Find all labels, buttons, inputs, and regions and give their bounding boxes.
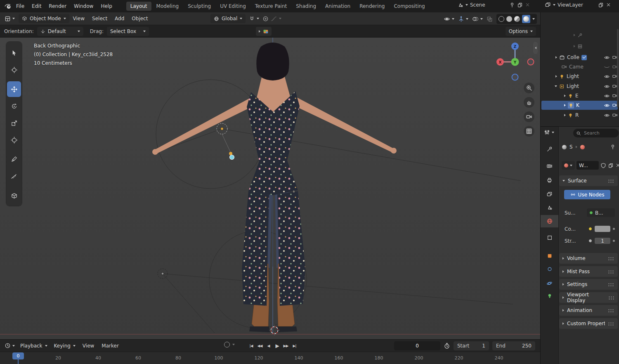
tool-move[interactable]	[7, 81, 21, 97]
world-crumb-icon[interactable]	[580, 145, 585, 149]
previous-keyframe-button[interactable]: ◀◀	[255, 342, 264, 350]
timeline-editor-type-button[interactable]	[2, 343, 17, 349]
hide-eye-icon[interactable]	[604, 112, 610, 118]
sidebar-toggle[interactable]	[533, 42, 538, 54]
unlink-scene-icon[interactable]	[525, 2, 530, 7]
tool-measure[interactable]	[7, 168, 21, 184]
tab-output[interactable]	[541, 174, 558, 186]
workspace-tab-compositing[interactable]: Compositing	[390, 2, 429, 11]
jump-to-end-button[interactable]: ▶|	[290, 342, 299, 350]
shading-rendered-button[interactable]	[522, 15, 530, 23]
chevron-right-icon[interactable]	[564, 95, 566, 97]
proportional-edit-toggle[interactable]	[262, 16, 281, 22]
workspace-tab-texture-paint[interactable]: Texture Paint	[251, 2, 291, 11]
chevron-right-icon[interactable]	[555, 56, 557, 59]
tab-world[interactable]	[541, 215, 558, 227]
xray-toggle-icon[interactable]	[487, 16, 493, 22]
outliner-row-light[interactable]: Light	[541, 72, 618, 81]
transform-orientation-dropdown[interactable]: Global	[210, 14, 246, 23]
settings-panel-header[interactable]: Settings	[559, 279, 618, 290]
tab-object-properties[interactable]	[541, 250, 558, 262]
character-model[interactable]	[152, 43, 397, 332]
chevron-right-icon[interactable]	[574, 34, 575, 36]
menu-help[interactable]: Help	[97, 0, 116, 12]
tab-view-layer[interactable]	[541, 188, 558, 200]
gizmo-x-negative[interactable]	[528, 59, 534, 65]
surface-shader-dropdown[interactable]: B...	[587, 208, 615, 217]
hide-eye-closed-icon[interactable]	[604, 64, 610, 70]
collection-checkbox[interactable]	[581, 55, 587, 60]
menu-select[interactable]: Select	[88, 12, 111, 25]
tab-object-data[interactable]	[541, 290, 558, 302]
orientation-default-dropdown[interactable]: Default	[37, 27, 83, 36]
animate-strength-dot[interactable]	[613, 240, 615, 242]
outliner-scrollbar[interactable]	[617, 29, 619, 107]
scene-selector[interactable]: Scene	[457, 2, 530, 8]
tool-select-box[interactable]	[7, 45, 21, 61]
chevron-right-icon[interactable]	[564, 104, 566, 106]
mist-pass-panel-header[interactable]: Mist Pass	[559, 266, 618, 277]
world-name-field[interactable]: W...	[576, 161, 599, 170]
shading-material-button[interactable]	[514, 16, 520, 22]
chevron-right-icon[interactable]	[574, 45, 575, 47]
tool-scale[interactable]	[7, 115, 21, 131]
outliner-row-light-e[interactable]: E	[541, 91, 618, 100]
scene-crumb-label[interactable]: S	[569, 144, 573, 150]
search-input[interactable]	[583, 130, 614, 136]
play-button[interactable]: ▶	[273, 342, 281, 350]
jump-to-start-button[interactable]: |◀	[247, 342, 255, 350]
surface-panel-header[interactable]: Surface	[559, 175, 618, 186]
menu-timeline-view[interactable]: View	[79, 340, 98, 352]
viewport-3d[interactable]: Z X Y Back Orthographic (0) Collection |…	[0, 38, 540, 339]
drag-grip-icon[interactable]	[608, 309, 614, 312]
tab-constraints[interactable]	[541, 263, 558, 275]
workspace-tab-modeling[interactable]: Modeling	[152, 2, 183, 11]
volume-panel-header[interactable]: Volume	[559, 253, 618, 264]
outliner-row-light-k-selected[interactable]: K	[541, 101, 618, 110]
outliner-row-data[interactable]	[541, 42, 618, 51]
menu-window[interactable]: Window	[70, 0, 97, 12]
next-keyframe-button[interactable]: ▶▶	[281, 342, 290, 350]
menu-add[interactable]: Add	[111, 12, 128, 25]
properties-search[interactable]	[573, 129, 619, 137]
workspace-tab-layout[interactable]: Layout	[126, 2, 151, 11]
drag-grip-icon[interactable]	[608, 179, 614, 183]
pan-hand-button[interactable]	[524, 97, 534, 108]
viewport-canvas[interactable]: Z X Y	[0, 38, 540, 339]
blender-logo-icon[interactable]	[4, 2, 12, 10]
unlink-world-icon[interactable]	[615, 163, 619, 168]
light-gizmo-wires[interactable]	[156, 80, 521, 333]
options-dropdown[interactable]: Options	[506, 27, 536, 36]
hide-eye-icon[interactable]	[604, 54, 610, 61]
menu-render[interactable]: Render	[45, 0, 70, 12]
animation-panel-header[interactable]: Animation	[559, 305, 618, 316]
new-viewlayer-icon[interactable]	[598, 2, 604, 8]
tool-annotate[interactable]	[7, 151, 21, 167]
hide-eye-icon[interactable]	[604, 73, 610, 80]
workspace-tab-animation[interactable]: Animation	[321, 2, 354, 11]
tab-scene[interactable]	[541, 201, 558, 213]
drag-grip-icon[interactable]	[608, 257, 614, 260]
outliner-row-collection[interactable]: Colle	[541, 53, 618, 62]
editor-type-button[interactable]	[2, 16, 17, 22]
play-reverse-button[interactable]: ◀	[264, 342, 273, 350]
hide-eye-icon[interactable]	[604, 83, 610, 90]
tool-rotate[interactable]	[7, 98, 21, 114]
drag-grip-icon[interactable]	[608, 322, 614, 326]
hide-eye-icon[interactable]	[604, 93, 610, 99]
tool-cursor[interactable]	[7, 62, 21, 78]
start-frame-field[interactable]: Start 1	[454, 341, 489, 350]
drag-grip-icon[interactable]	[608, 270, 614, 274]
tool-transform[interactable]	[7, 132, 21, 148]
menu-view[interactable]: View	[69, 12, 88, 25]
properties-editor-type-button[interactable]	[544, 129, 554, 135]
selected-light-origin[interactable]	[230, 155, 234, 160]
tool-add-cube[interactable]	[7, 188, 21, 203]
drag-grip-icon[interactable]	[608, 283, 614, 286]
playhead[interactable]: 0	[12, 352, 24, 359]
outliner-row-light-r[interactable]: R	[541, 111, 618, 120]
workspace-tab-uv-editing[interactable]: UV Editing	[216, 2, 250, 11]
auto-keying-toggle[interactable]	[224, 342, 235, 347]
menu-object[interactable]: Object	[128, 12, 151, 25]
animate-color-dot[interactable]	[613, 228, 615, 230]
